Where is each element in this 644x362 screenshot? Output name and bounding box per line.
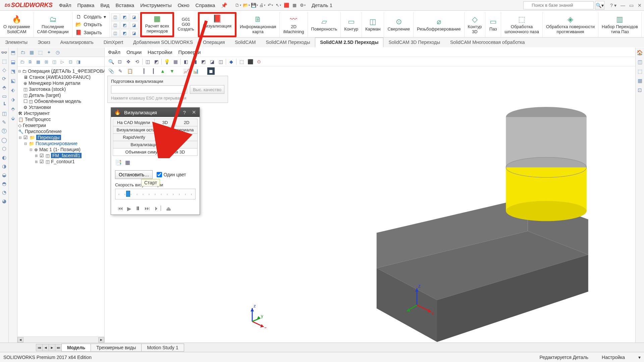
vpt2-4-icon[interactable]: ┃: [140, 67, 148, 75]
qat-settings-icon[interactable]: ⚙: [299, 2, 306, 9]
ribbon-create-op[interactable]: G01G00 Создать: [174, 12, 198, 37]
tree-tb-3[interactable]: ▦: [35, 58, 42, 65]
tree-techproc[interactable]: ТехПроцесс: [25, 117, 51, 122]
viz-body-icon-2[interactable]: ▦: [125, 159, 130, 166]
viz-skip-back-icon[interactable]: ⏮: [118, 205, 123, 212]
prep-quality-button[interactable]: Выс. качество: [190, 85, 224, 94]
mini-tool-3[interactable]: ◪: [130, 13, 139, 21]
close-icon[interactable]: ✕: [637, 3, 643, 8]
lt1-icon-3[interactable]: ◇: [2, 67, 6, 73]
vpt2-5-icon[interactable]: ┃: [150, 67, 157, 75]
ribbon-about-solidcam[interactable]: 🔥 О программе SolidCAM: [0, 12, 34, 37]
tab-elements[interactable]: Элементы: [0, 38, 33, 47]
menu-view[interactable]: Вид: [97, 1, 112, 9]
vpt-16-icon[interactable]: ⬛: [247, 58, 254, 65]
vp-menu-settings[interactable]: Настройки: [148, 49, 172, 55]
tree-tool[interactable]: Инструмент: [24, 111, 50, 116]
tab-sc-3d[interactable]: SolidCAM 3D Переходы: [383, 38, 445, 47]
tab-analyze[interactable]: Анализировать: [55, 38, 99, 47]
lt2-icon-7[interactable]: ⬘: [11, 106, 15, 112]
tree-machine[interactable]: Станок (AWEA1000-FANUC): [29, 74, 91, 80]
lt1-icon-17[interactable]: ◔: [2, 189, 6, 195]
vpt2-10-icon[interactable]: ◼: [207, 67, 215, 75]
viz-skip-fwd-icon[interactable]: ⏵⏐: [154, 205, 162, 212]
rt-3-icon[interactable]: ⬚: [638, 68, 642, 74]
lt1-icon-15[interactable]: ◒: [2, 172, 6, 178]
bottom-tab-3dviews[interactable]: Трехмерные виды: [91, 344, 142, 352]
tree-tb-8[interactable]: ◨: [75, 58, 82, 65]
feature-tree[interactable]: ⊟🗀Операция (ДЕТАЛЬ 1_ФРЕЗЕРОВАНИЕ) 🖥Стан…: [17, 67, 104, 337]
search-input[interactable]: [523, 1, 594, 9]
tree-coordmgr[interactable]: Менеджер Ноля детали: [29, 80, 80, 86]
qat-undo-icon[interactable]: ↶: [267, 2, 274, 9]
lt2-icon-5[interactable]: ⬖: [11, 87, 15, 93]
viz-one-color-check[interactable]: Один цвет: [157, 172, 186, 177]
vpt-9-icon[interactable]: ◧: [182, 58, 190, 65]
vpt2-6-icon[interactable]: ▲: [159, 67, 166, 75]
viz-body-icon-1[interactable]: 📑: [115, 159, 122, 166]
tree-f-contour[interactable]: F_contour1: [51, 159, 75, 164]
mini-tool-5[interactable]: ◩: [120, 21, 129, 29]
viz-speed-slider[interactable]: [115, 189, 196, 199]
tree-fixture[interactable]: Приспособление: [25, 129, 62, 134]
menu-file[interactable]: Файл: [56, 1, 74, 9]
bottom-tab-model[interactable]: Модель: [61, 344, 91, 352]
tree-tab-2[interactable]: ▦: [28, 49, 36, 56]
ribbon-info-card[interactable]: 🗎 Информационная карта: [236, 12, 280, 37]
ribbon-slot-set[interactable]: ▥ Набор Переходов типа Паз: [598, 12, 642, 37]
ribbon-calc-all[interactable]: ▦ Расчет всех переходов: [142, 14, 173, 35]
rt-home-icon[interactable]: 🏠: [637, 50, 643, 56]
viz-step-fwd-icon[interactable]: ⏭: [145, 205, 150, 212]
vpt2-9-icon[interactable]: 📊: [192, 67, 199, 75]
vpt-11-icon[interactable]: ◩: [200, 58, 207, 65]
tree-tb-4[interactable]: ⊞: [43, 58, 50, 65]
3d-viewport[interactable]: Файл Опции Настройки Проверки 🔍 ⊡ ✥ ⟲ ◫ …: [105, 48, 635, 343]
qat-rebuild-icon[interactable]: 🟥: [283, 2, 290, 9]
viz-tab-machine[interactable]: Визуализация на станке: [113, 141, 198, 148]
viz-eject-icon[interactable]: ⏏: [166, 205, 171, 212]
tree-tab-4[interactable]: ✦: [45, 49, 53, 56]
vpt-zoom-window-icon[interactable]: ⊡: [116, 58, 123, 65]
slider-thumb-icon[interactable]: [126, 191, 130, 197]
vpt-17-icon[interactable]: ⊙: [255, 58, 263, 65]
tree-tab-1[interactable]: 🗀: [19, 49, 27, 56]
lt1-icon-10[interactable]: Ⓣ: [2, 128, 7, 134]
scroll-right-icon[interactable]: ►: [98, 337, 104, 343]
ribbon-visualization[interactable]: 📕 Визуализация: [200, 14, 235, 29]
menu-edit[interactable]: Правка: [74, 1, 98, 9]
ribbon-slot[interactable]: ▭ Паз: [485, 12, 501, 37]
ribbon-thread-mill[interactable]: ⌀ Резьбофрезерование: [414, 12, 465, 37]
vpt-12-icon[interactable]: ◪: [208, 58, 216, 65]
viz-tab-rapid[interactable]: RapidVerify: [113, 133, 155, 141]
tab-sc-multi[interactable]: SolidCAM Многоосевая обработка: [445, 38, 530, 47]
menu-insert[interactable]: Вставка: [112, 1, 137, 9]
lt1-icon-7[interactable]: ┗: [3, 102, 6, 108]
tree-positioning[interactable]: Позиционирование: [36, 141, 77, 146]
mini-tool-2[interactable]: ◩: [120, 13, 129, 21]
vp-menu-options[interactable]: Опции: [126, 49, 142, 55]
lt2-icon-8[interactable]: ⬙: [11, 115, 15, 121]
tree-setups[interactable]: Установки: [29, 105, 51, 110]
restore-icon[interactable]: ▭: [628, 3, 635, 8]
mini-tool-4[interactable]: ◫: [111, 21, 120, 29]
status-custom[interactable]: Настройка: [602, 355, 625, 360]
menu-window[interactable]: Окно: [175, 1, 193, 9]
mini-tool-6[interactable]: ◪: [130, 21, 139, 29]
lt1-icon-8[interactable]: ◫: [2, 111, 7, 117]
lt1-icon-16[interactable]: ◓: [2, 181, 6, 187]
tree-tab-5[interactable]: ◷: [54, 49, 62, 56]
ribbon-contour[interactable]: ▭ Контур: [341, 12, 362, 37]
lt1-icon-12[interactable]: ⬡: [2, 146, 6, 152]
tab-dimxpert[interactable]: DimXpert: [99, 38, 128, 47]
tree-fm-facemill[interactable]: FM_facemill1: [51, 153, 82, 158]
vpt-zoom-fit-icon[interactable]: 🔍: [107, 58, 115, 65]
lt1-icon-4[interactable]: ⟳: [2, 76, 6, 82]
tree-updated[interactable]: Обновлённая модель: [34, 99, 81, 104]
rt-5-icon[interactable]: ⊡: [638, 87, 642, 93]
tab-addins[interactable]: Добавления SOLIDWORKS: [128, 38, 198, 47]
tree-root[interactable]: Операция (ДЕТАЛЬ 1_ФРЕЗЕРОВАНИЕ): [28, 68, 104, 74]
tab-sketch[interactable]: Эскиз: [33, 38, 55, 47]
rt-4-icon[interactable]: ▦: [638, 78, 642, 84]
viz-tab-solid[interactable]: Solid Verify: [155, 133, 198, 141]
vpt-6-icon[interactable]: ◩: [153, 58, 160, 65]
